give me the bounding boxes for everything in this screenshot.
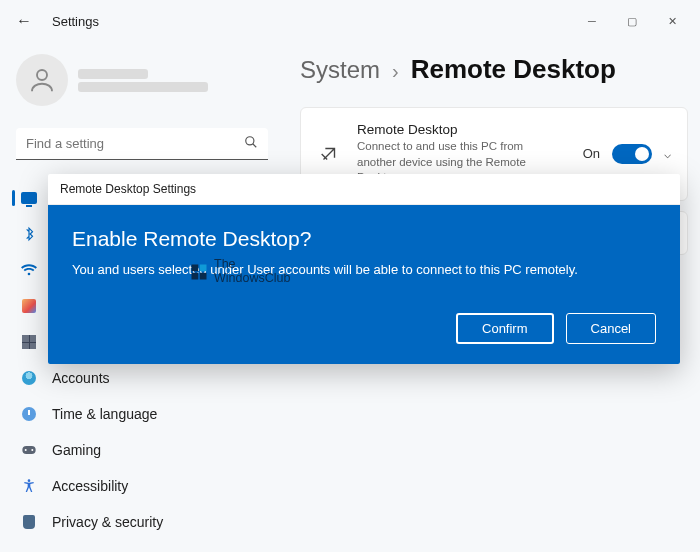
- sidebar-item-accounts[interactable]: Accounts: [12, 360, 272, 396]
- svg-rect-11: [200, 273, 207, 280]
- maximize-button[interactable]: ▢: [612, 5, 652, 37]
- back-button[interactable]: ←: [8, 5, 40, 37]
- user-section[interactable]: [12, 42, 272, 124]
- remote-desktop-toggle[interactable]: [612, 144, 652, 164]
- accessibility-icon: [20, 477, 38, 495]
- breadcrumb-separator: ›: [392, 60, 399, 83]
- svg-point-1: [246, 137, 254, 145]
- sidebar-item-label: Accessibility: [52, 478, 128, 494]
- page-title: Remote Desktop: [411, 54, 616, 85]
- dialog-title: Enable Remote Desktop?: [72, 227, 656, 251]
- sidebar-item-update[interactable]: Windows Update: [12, 540, 272, 552]
- search-icon: [244, 135, 258, 152]
- watermark-line1: The: [214, 258, 290, 272]
- clock-icon: [20, 405, 38, 423]
- sidebar-item-label: Time & language: [52, 406, 157, 422]
- sidebar-item-gaming[interactable]: Gaming: [12, 432, 272, 468]
- sidebar-item-label: Gaming: [52, 442, 101, 458]
- search-box[interactable]: [16, 128, 268, 160]
- sidebar-item-label: Accounts: [52, 370, 110, 386]
- user-email: [78, 82, 208, 92]
- sidebar-item-label: Privacy & security: [52, 514, 163, 530]
- watermark-line2: WindowsClub: [214, 272, 290, 286]
- svg-line-2: [253, 144, 257, 148]
- watermark: The WindowsClub: [190, 258, 290, 286]
- svg-rect-8: [192, 264, 199, 271]
- svg-rect-10: [192, 273, 199, 280]
- window-controls: ─ ▢ ✕: [572, 5, 692, 37]
- remote-desktop-icon: [317, 142, 341, 166]
- confirm-dialog: Remote Desktop Settings Enable Remote De…: [48, 174, 680, 364]
- sidebar-item-accessibility[interactable]: Accessibility: [12, 468, 272, 504]
- svg-rect-9: [200, 264, 207, 271]
- svg-point-5: [31, 449, 33, 451]
- cancel-button[interactable]: Cancel: [566, 313, 656, 344]
- sidebar-item-time[interactable]: Time & language: [12, 396, 272, 432]
- shield-icon: [20, 513, 38, 531]
- svg-point-0: [37, 70, 47, 80]
- gaming-icon: [20, 441, 38, 459]
- dialog-header: Remote Desktop Settings: [48, 174, 680, 205]
- avatar: [16, 54, 68, 106]
- window-title: Settings: [52, 14, 99, 29]
- chevron-down-icon[interactable]: ⌵: [664, 147, 671, 161]
- apps-icon: [20, 333, 38, 351]
- accounts-icon: [20, 369, 38, 387]
- card-title: Remote Desktop: [357, 122, 567, 137]
- bluetooth-icon: [20, 225, 38, 243]
- system-icon: [20, 189, 38, 207]
- breadcrumb: System › Remote Desktop: [300, 54, 688, 85]
- toggle-state-label: On: [583, 146, 600, 161]
- wifi-icon: [20, 261, 38, 279]
- search-input[interactable]: [26, 136, 244, 151]
- dialog-message: You and users selected under User accoun…: [72, 261, 656, 279]
- personalization-icon: [20, 297, 38, 315]
- minimize-button[interactable]: ─: [572, 5, 612, 37]
- svg-rect-3: [22, 446, 35, 454]
- svg-point-4: [25, 449, 27, 451]
- close-button[interactable]: ✕: [652, 5, 692, 37]
- user-name: [78, 69, 148, 79]
- breadcrumb-parent[interactable]: System: [300, 56, 380, 84]
- svg-point-6: [28, 479, 31, 482]
- windows-logo-icon: [190, 263, 208, 281]
- titlebar: ← Settings ─ ▢ ✕: [0, 0, 700, 42]
- confirm-button[interactable]: Confirm: [456, 313, 554, 344]
- sidebar-item-privacy[interactable]: Privacy & security: [12, 504, 272, 540]
